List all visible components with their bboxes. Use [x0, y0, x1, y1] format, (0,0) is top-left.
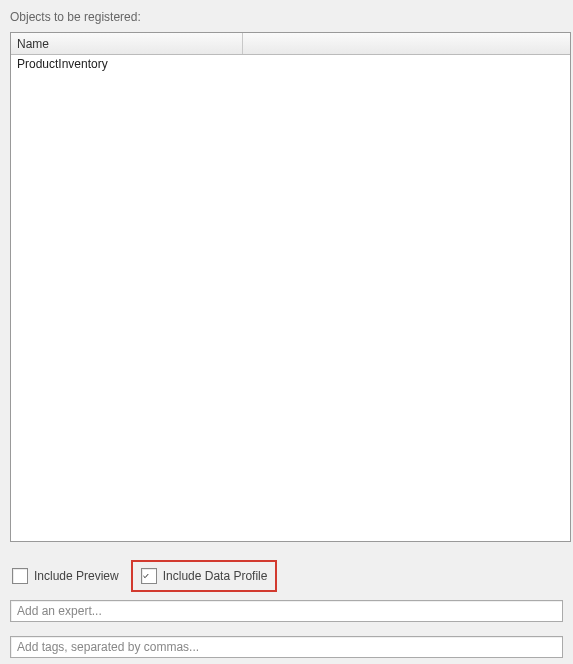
column-header-name[interactable]: Name [11, 33, 243, 54]
options-row: Include Preview Include Data Profile [10, 560, 571, 592]
cell-name: ProductInventory [11, 56, 114, 72]
include-preview-label: Include Preview [34, 569, 119, 583]
checkmark-icon [142, 570, 150, 582]
objects-table: Name ProductInventory [10, 32, 571, 542]
add-expert-input[interactable] [10, 600, 563, 622]
include-data-profile-highlight: Include Data Profile [131, 560, 278, 592]
column-header-other[interactable] [243, 33, 570, 54]
checkbox-checked-icon[interactable] [141, 568, 157, 584]
add-tags-input[interactable] [10, 636, 563, 658]
table-header-row: Name [11, 33, 570, 55]
table-row[interactable]: ProductInventory [11, 55, 570, 73]
table-body: ProductInventory [11, 55, 570, 73]
include-data-profile-label: Include Data Profile [163, 569, 268, 583]
section-label: Objects to be registered: [10, 10, 571, 24]
checkbox-unchecked-icon[interactable] [12, 568, 28, 584]
include-preview-option[interactable]: Include Preview [10, 566, 125, 586]
